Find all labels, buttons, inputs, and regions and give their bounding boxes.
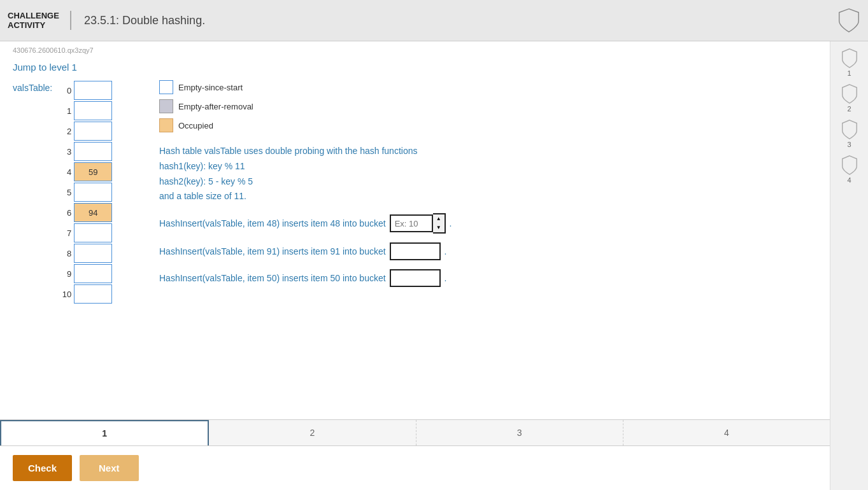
sidebar-item-3[interactable]: 3 xyxy=(841,119,858,148)
question-3-period: . xyxy=(445,273,447,283)
row-index: 8 xyxy=(57,249,71,258)
question-3: HashInsert(valsTable, item 50) inserts i… xyxy=(159,269,817,287)
hash-row: 2 xyxy=(57,121,112,141)
row-index: 6 xyxy=(57,208,71,218)
hash-cell: 94 xyxy=(74,203,112,222)
spinner-down[interactable]: ▼ xyxy=(433,223,445,232)
hash-table-grid: 0123459569478910 xyxy=(57,80,112,304)
row-index: 7 xyxy=(57,228,71,238)
question-1-input[interactable] xyxy=(390,214,433,232)
legend-box-empty-start xyxy=(159,80,173,94)
hash-row: 694 xyxy=(57,202,112,223)
legend-item-occupied: Occupied xyxy=(159,118,817,132)
sidebar-badge-label: 2 xyxy=(847,105,851,113)
hash-cell xyxy=(74,284,112,304)
question-2-text: HashInsert(valsTable, item 91) inserts i… xyxy=(159,246,386,256)
hash-row: 7 xyxy=(57,223,112,243)
tab-3[interactable]: 3 xyxy=(416,420,623,445)
description-area: Empty-since-start Empty-after-removal Oc… xyxy=(159,80,817,419)
next-button[interactable]: Next xyxy=(80,455,139,481)
hash-row: 459 xyxy=(57,162,112,182)
id-line: 430676.2600610.qx3zqy7 xyxy=(0,41,830,59)
row-index: 0 xyxy=(57,86,71,95)
sidebar-item-4[interactable]: 4 xyxy=(841,155,858,184)
hash-row: 1 xyxy=(57,101,112,121)
main-split: valsTable: 0123459569478910 Empty-since-… xyxy=(0,80,830,419)
sidebar-badge-label: 1 xyxy=(847,69,851,77)
tab-2[interactable]: 2 xyxy=(209,420,416,445)
hash-row: 10 xyxy=(57,284,112,304)
hash-cell xyxy=(74,223,112,242)
hash-row: 8 xyxy=(57,243,112,263)
header: CHALLENGE ACTIVITY 23.5.1: Double hashin… xyxy=(0,0,868,41)
table-label-row: valsTable: 0123459569478910 xyxy=(13,80,112,304)
table-label: valsTable: xyxy=(13,80,52,93)
sidebar-item-2[interactable]: 2 xyxy=(841,83,858,113)
bottom-buttons: Check Next xyxy=(0,446,830,490)
sidebar-badge-label: 4 xyxy=(847,176,851,184)
description-text: Hash table valsTable uses double probing… xyxy=(159,144,817,204)
hash-row: 5 xyxy=(57,182,112,202)
sidebar-item-1[interactable]: 1 xyxy=(841,48,858,77)
bottom-tabs: 1234 xyxy=(0,419,830,446)
hash-cell xyxy=(74,244,112,263)
tab-1[interactable]: 1 xyxy=(0,420,209,445)
table-visualization: valsTable: 0123459569478910 xyxy=(13,80,140,419)
row-index: 5 xyxy=(57,188,71,197)
hash-cell xyxy=(74,264,112,283)
activity-title: 23.5.1: Double hashing. xyxy=(84,14,205,27)
main-container: 430676.2600610.qx3zqy7 Jump to level 1 v… xyxy=(0,41,868,490)
row-index: 4 xyxy=(57,167,71,177)
spinner-up[interactable]: ▲ xyxy=(433,214,445,223)
hash-row: 3 xyxy=(57,141,112,162)
challenge-activity-label: CHALLENGE ACTIVITY xyxy=(8,11,71,30)
desc-line1: Hash table valsTable uses double probing… xyxy=(159,144,817,159)
question-3-text: HashInsert(valsTable, item 50) inserts i… xyxy=(159,273,386,283)
spinner-buttons[interactable]: ▲ ▼ xyxy=(433,213,446,234)
question-1: HashInsert(valsTable, item 48) inserts i… xyxy=(159,213,817,234)
jump-to-level[interactable]: Jump to level 1 xyxy=(0,59,830,80)
question-2-period: . xyxy=(445,246,447,256)
legend-box-occupied xyxy=(159,118,173,132)
legend-box-empty-removal xyxy=(159,99,173,113)
legend-label-occupied: Occupied xyxy=(178,121,213,130)
desc-line4: and a table size of 11. xyxy=(159,189,817,204)
check-button[interactable]: Check xyxy=(13,455,72,481)
desc-line2: hash1(key): key % 11 xyxy=(159,159,817,174)
header-badge-icon xyxy=(837,8,860,33)
hash-cell xyxy=(74,101,112,120)
legend-label-empty-start: Empty-since-start xyxy=(178,83,243,92)
legend: Empty-since-start Empty-after-removal Oc… xyxy=(159,80,817,132)
row-index: 1 xyxy=(57,106,71,116)
hash-cell xyxy=(74,81,112,100)
question-3-input[interactable] xyxy=(390,269,441,287)
legend-item-empty-removal: Empty-after-removal xyxy=(159,99,817,113)
question-1-text: HashInsert(valsTable, item 48) inserts i… xyxy=(159,218,386,228)
desc-line3: hash2(key): 5 - key % 5 xyxy=(159,174,817,190)
hash-cell xyxy=(74,142,112,161)
tab-4[interactable]: 4 xyxy=(623,420,830,445)
hash-cell xyxy=(74,122,112,141)
question-1-period: . xyxy=(450,218,452,228)
hash-cell: 59 xyxy=(74,162,112,181)
hash-row: 0 xyxy=(57,80,112,101)
question-1-spinner[interactable]: ▲ ▼ xyxy=(390,213,446,234)
row-index: 3 xyxy=(57,147,71,157)
question-2: HashInsert(valsTable, item 91) inserts i… xyxy=(159,242,817,260)
content-area: 430676.2600610.qx3zqy7 Jump to level 1 v… xyxy=(0,41,830,490)
right-sidebar: 1 2 3 4 xyxy=(830,41,868,490)
row-index: 9 xyxy=(57,269,71,279)
hash-cell xyxy=(74,183,112,202)
sidebar-badge-label: 3 xyxy=(847,141,851,148)
hash-row: 9 xyxy=(57,263,112,284)
row-index: 10 xyxy=(57,290,71,299)
question-2-input[interactable] xyxy=(390,242,441,260)
legend-item-empty-start: Empty-since-start xyxy=(159,80,817,94)
legend-label-empty-removal: Empty-after-removal xyxy=(178,102,253,111)
row-index: 2 xyxy=(57,127,71,136)
